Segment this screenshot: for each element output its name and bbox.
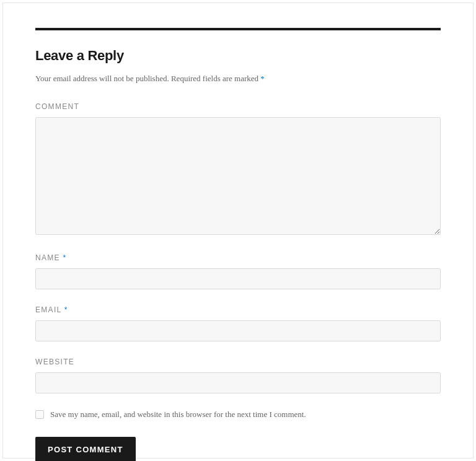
website-label: WEBSITE	[35, 358, 441, 366]
consent-label: Save my name, email, and website in this…	[50, 410, 306, 419]
reply-heading: Leave a Reply	[35, 48, 441, 64]
consent-row: Save my name, email, and website in this…	[35, 410, 441, 419]
privacy-note-required: Required fields are marked	[171, 74, 258, 83]
comment-label: COMMENT	[35, 102, 441, 111]
name-label: NAME *	[35, 253, 441, 262]
consent-checkbox[interactable]	[35, 410, 44, 419]
website-input[interactable]	[35, 372, 441, 393]
email-label: EMAIL *	[35, 305, 441, 314]
required-asterisk-icon: *	[63, 253, 67, 262]
top-divider	[35, 28, 441, 30]
comment-textarea[interactable]	[35, 117, 441, 235]
name-label-text: NAME	[35, 253, 60, 262]
website-field-group: WEBSITE	[35, 358, 441, 393]
name-field-group: NAME *	[35, 253, 441, 289]
privacy-note-prefix: Your email address will not be published…	[35, 74, 169, 83]
privacy-note: Your email address will not be published…	[35, 74, 441, 84]
required-asterisk-icon: *	[64, 305, 68, 314]
comment-form-card: Leave a Reply Your email address will no…	[2, 2, 474, 459]
email-field-group: EMAIL *	[35, 305, 441, 341]
required-asterisk-icon: *	[260, 74, 265, 83]
post-comment-button[interactable]: POST COMMENT	[35, 437, 136, 461]
name-input[interactable]	[35, 268, 441, 289]
email-input[interactable]	[35, 320, 441, 341]
comment-field-group: COMMENT	[35, 102, 441, 237]
email-label-text: EMAIL	[35, 305, 61, 314]
